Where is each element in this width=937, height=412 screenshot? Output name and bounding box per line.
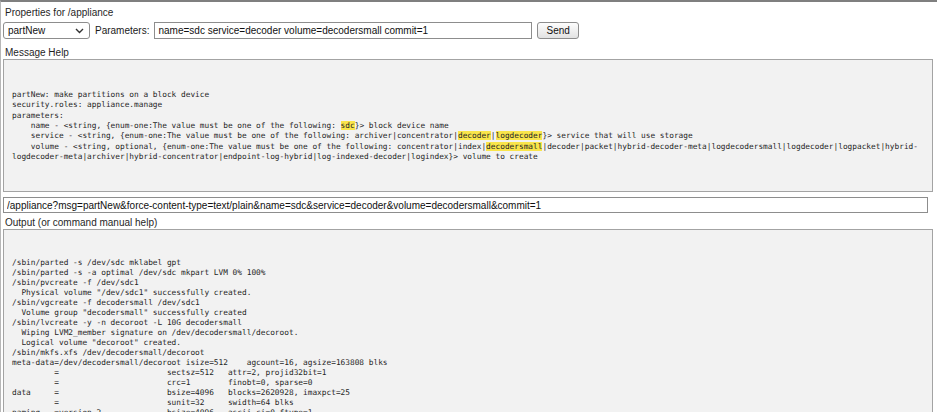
page-title: Properties for /appliance — [5, 7, 933, 18]
message-help-box: partNew: make partitions on a block devi… — [3, 59, 933, 192]
request-url-input[interactable] — [3, 197, 928, 213]
output-text: /sbin/parted -s /dev/sdc mklabel gpt /sb… — [12, 258, 927, 412]
highlighted-match: decoder — [458, 131, 491, 140]
output-title: Output (or command manual help) — [5, 217, 933, 228]
highlighted-match: sdc — [341, 121, 355, 130]
output-box: /sbin/parted -s /dev/sdc mklabel gpt /sb… — [3, 229, 933, 412]
page-container: Properties for /appliance partNew Parame… — [0, 0, 937, 412]
message-help-text: partNew: make partitions on a block devi… — [12, 90, 927, 163]
parameters-label: Parameters: — [95, 25, 149, 36]
message-select[interactable]: partNew — [3, 22, 90, 39]
message-select-value: partNew — [8, 25, 45, 36]
message-help-title: Message Help — [5, 47, 933, 58]
highlighted-match: logdecoder — [496, 131, 543, 140]
parameters-input[interactable] — [154, 22, 532, 39]
message-controls-row: partNew Parameters: Send — [3, 22, 933, 39]
highlighted-match: decodersmall — [486, 142, 542, 151]
send-button[interactable]: Send — [537, 22, 578, 39]
chevron-down-icon — [75, 25, 84, 36]
